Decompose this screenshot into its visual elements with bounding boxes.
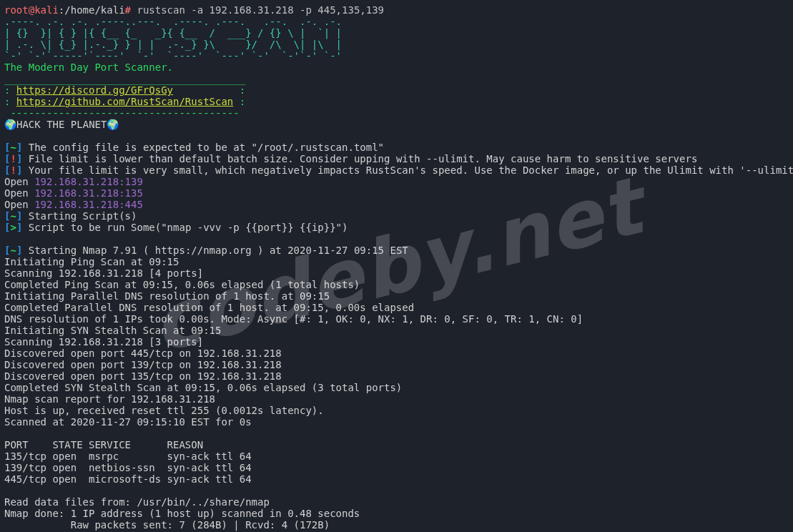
nmap-output-line: Initiating Parallel DNS resolution of 1 … xyxy=(4,290,330,302)
tilde-icon: ~ xyxy=(10,210,16,222)
starting-nmap: Starting Nmap 7.91 ( https://nmap.org ) … xyxy=(29,245,408,256)
bang-icon: ! xyxy=(10,164,16,176)
nmap-output-line: Scanning 192.168.31.218 [4 ports] xyxy=(4,267,203,279)
globe-icon: 🌍 xyxy=(107,119,119,130)
tilde-icon: ~ xyxy=(10,142,16,153)
open-port-address: 192.168.31.218:139 xyxy=(34,176,143,187)
globe-icon: 🌍 xyxy=(4,119,16,130)
hack-the-planet: HACK THE PLANET xyxy=(16,119,107,130)
ascii-art-line: `-' `-'`-----'`----' `-' `----' `---' `-… xyxy=(4,50,342,61)
config-line: The config file is expected to be at "/r… xyxy=(29,142,384,153)
bracket: ] xyxy=(16,210,22,222)
link-pad xyxy=(233,96,239,107)
command-text: rustscan -a 192.168.31.218 -p 445,135,13… xyxy=(137,4,384,16)
discord-link[interactable]: https://discord.gg/GFrQsGy xyxy=(16,84,173,96)
nmap-table-row: 445/tcp open microsoft-ds syn-ack ttl 64 xyxy=(4,473,252,485)
warn-line: File limit is lower than default batch s… xyxy=(29,153,698,164)
terminal-screen[interactable]: root@kali:/home/kali# rustscan -a 192.16… xyxy=(0,0,793,532)
nmap-output-line: Scanning 192.168.31.218 [3 ports] xyxy=(4,336,203,348)
nmap-output-line: Discovered open port 135/tcp on 192.168.… xyxy=(4,370,282,382)
nmap-output-line: Completed SYN Stealth Scan at 09:15, 0.0… xyxy=(4,382,402,393)
bracket: ] xyxy=(16,142,22,153)
bracket: ] xyxy=(16,153,22,164)
link-suffix: : xyxy=(240,96,245,107)
open-label: Open xyxy=(4,199,34,210)
gt-icon: > xyxy=(10,222,16,233)
nmap-output-line: Completed Ping Scan at 09:15, 0.06s elap… xyxy=(4,279,360,290)
nmap-table-row: 135/tcp open msrpc syn-ack ttl 64 xyxy=(4,450,252,462)
link-suffix: : xyxy=(240,84,245,96)
open-port-address: 192.168.31.218:445 xyxy=(34,199,143,210)
tilde-icon: ~ xyxy=(10,245,16,256)
tagline: The Modern Day Port Scanner. xyxy=(4,61,173,73)
link-prefix: : xyxy=(4,84,16,96)
link-pad xyxy=(173,84,240,96)
separator-line: -------------------------------------- xyxy=(4,107,240,119)
nmap-output-line: Initiating SYN Stealth Scan at 09:15 xyxy=(4,325,221,336)
nmap-output-line: Discovered open port 139/tcp on 192.168.… xyxy=(4,359,282,370)
nmap-output-line: Nmap done: 1 IP address (1 host up) scan… xyxy=(4,508,360,519)
nmap-output-line: Completed Parallel DNS resolution of 1 h… xyxy=(4,302,414,313)
bang-icon: ! xyxy=(10,153,16,164)
open-port-address: 192.168.31.218:135 xyxy=(34,187,143,199)
ascii-art-line: .----. .-. .-. .----..---. .----. .---. … xyxy=(4,16,342,27)
link-prefix: : xyxy=(4,96,16,107)
starting-scripts: Starting Script(s) xyxy=(29,210,137,222)
github-link[interactable]: https://github.com/RustScan/RustScan xyxy=(16,96,233,107)
open-label: Open xyxy=(4,176,34,187)
bracket: ] xyxy=(16,164,22,176)
nmap-output-line: Nmap scan report for 192.168.31.218 xyxy=(4,393,215,405)
nmap-table-row: 139/tcp open netbios-ssn syn-ack ttl 64 xyxy=(4,462,252,473)
nmap-output-line: Read data files from: /usr/bin/../share/… xyxy=(4,496,270,508)
ascii-art-line: | {} }| { } |{ {__ {_ _}{ {__ / ___} / {… xyxy=(4,27,342,39)
nmap-output-line: Initiating Ping Scan at 09:15 xyxy=(4,256,179,267)
nmap-output-line: Scanned at 2020-11-27 09:15:10 EST for 0… xyxy=(4,416,252,428)
ascii-art-line: | .-. \| {_} |.-._} } | | .-._} }\ }/ /\… xyxy=(4,39,342,50)
script-run: Script to be run Some("nmap -vvv -p {{po… xyxy=(29,222,348,233)
nmap-output-line: Raw packets sent: 7 (284B) | Rcvd: 4 (17… xyxy=(4,519,330,531)
open-label: Open xyxy=(4,187,34,199)
nmap-output-line: Discovered open port 445/tcp on 192.168.… xyxy=(4,348,282,359)
prompt-userhost: root@kali xyxy=(4,4,59,16)
nmap-output-line: DNS resolution of 1 IPs took 0.00s. Mode… xyxy=(4,313,583,325)
separator-line: ________________________________________ xyxy=(4,73,245,84)
bracket: ] xyxy=(16,222,22,233)
prompt-path: /home/kali xyxy=(64,4,124,16)
nmap-table-header: PORT STATE SERVICE REASON xyxy=(4,439,203,450)
warn-line: Your file limit is very small, which neg… xyxy=(29,164,793,176)
nmap-output-line: Host is up, received reset ttl 255 (0.00… xyxy=(4,405,324,416)
prompt-hash: # xyxy=(125,4,131,16)
bracket: ] xyxy=(16,245,22,256)
